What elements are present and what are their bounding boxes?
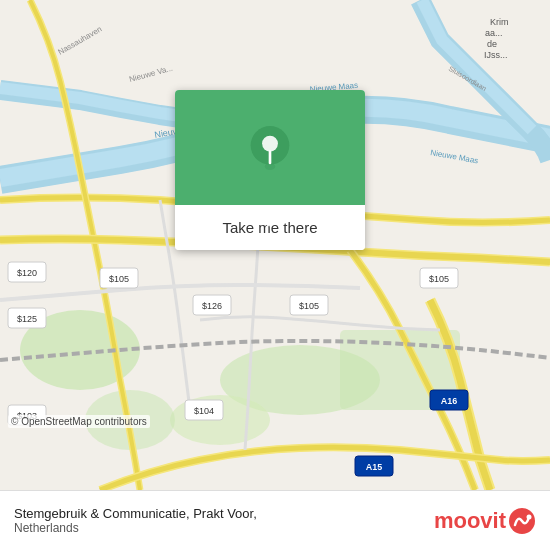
svg-text:$120: $120: [17, 268, 37, 278]
popup-green-area: [175, 90, 365, 205]
copyright-text: © OpenStreetMap contributors: [8, 415, 150, 428]
svg-text:$104: $104: [194, 406, 214, 416]
map-container: $120 $125 $105 $126 $105 $105 $103 $104 …: [0, 0, 550, 490]
svg-text:aa...: aa...: [485, 28, 503, 38]
location-pin-icon: [248, 126, 292, 170]
take-me-there-button[interactable]: Take me there: [175, 205, 365, 250]
svg-text:$105: $105: [109, 274, 129, 284]
popup-pointer: [260, 215, 276, 227]
moovit-logo-text: moovit: [434, 508, 506, 534]
svg-point-37: [262, 135, 278, 151]
svg-text:A15: A15: [366, 462, 383, 472]
svg-point-40: [527, 514, 532, 519]
svg-text:A16: A16: [441, 396, 458, 406]
svg-text:Krim: Krim: [490, 17, 509, 27]
svg-text:$125: $125: [17, 314, 37, 324]
svg-text:$105: $105: [299, 301, 319, 311]
location-country: Netherlands: [14, 521, 434, 535]
location-name: Stemgebruik & Communicatie, Prakt Voor,: [14, 506, 434, 521]
svg-text:de: de: [487, 39, 497, 49]
svg-text:IJss...: IJss...: [484, 50, 508, 60]
moovit-logo: moovit: [434, 507, 536, 535]
location-info: Stemgebruik & Communicatie, Prakt Voor, …: [14, 506, 434, 535]
bottom-bar: Stemgebruik & Communicatie, Prakt Voor, …: [0, 490, 550, 550]
svg-text:$105: $105: [429, 274, 449, 284]
moovit-logo-icon: [508, 507, 536, 535]
svg-text:$126: $126: [202, 301, 222, 311]
